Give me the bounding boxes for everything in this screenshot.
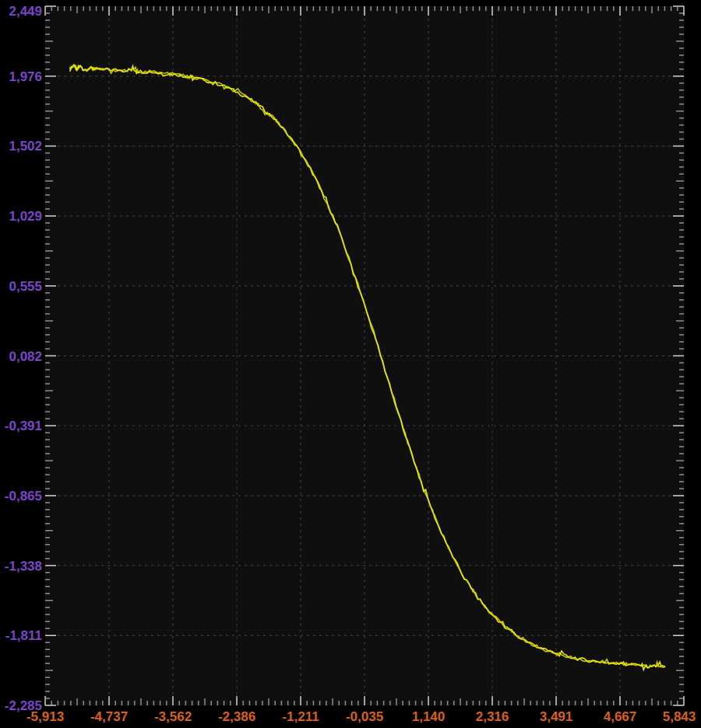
x-tick-label: 1,140 [412,709,446,724]
y-tick-label: 1,029 [9,209,42,224]
y-tick-label: 0,082 [9,349,42,364]
x-tick-label: -0,035 [346,709,383,724]
y-tick-label: 0,555 [9,279,42,294]
x-tick-label: 3,491 [540,709,573,724]
x-tick-label: -4,737 [90,709,128,724]
y-tick-label: 1,502 [9,139,42,154]
y-tick-label: 1,976 [9,69,42,84]
xy-plot-canvas: 2,4491,9761,5021,0290,5550,082-0,391-0,8… [0,0,701,728]
y-tick-label: 2,449 [9,4,42,19]
x-tick-label: -2,386 [218,709,255,724]
x-tick-label: -3,562 [154,709,192,724]
y-tick-label: -0,865 [5,489,42,504]
x-tick-label: -5,913 [26,709,64,724]
x-tick-label: 5,843 [663,709,696,724]
x-tick-label: 4,667 [604,709,637,724]
x-tick-label: -1,211 [282,709,319,724]
x-tick-label: 2,316 [476,709,509,724]
y-tick-label: -1,338 [5,559,42,574]
scope-display: 2,4491,9761,5021,0290,5550,082-0,391-0,8… [0,0,701,728]
y-tick-label: -0,391 [5,419,42,433]
y-tick-label: -1,811 [5,628,42,643]
